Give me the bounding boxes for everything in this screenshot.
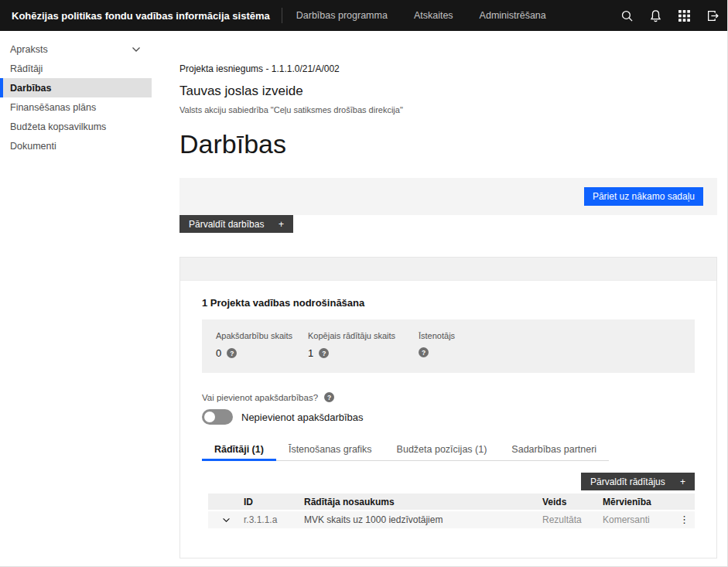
- nav-item-darbibas-programma[interactable]: Darbības programma: [296, 10, 388, 21]
- nav-item-atskaites[interactable]: Atskaites: [414, 10, 453, 21]
- cell-unit: Komersanti: [603, 514, 674, 525]
- sidebar-item-raditaji[interactable]: Rādītāji: [0, 59, 152, 78]
- subactivity-toggle[interactable]: [202, 409, 233, 425]
- nav-item-administresana[interactable]: Administrēšana: [480, 10, 546, 21]
- chevron-down-icon: [222, 517, 231, 523]
- project-subtitle: Valsts akciju sabiedrība "Ceļu satiksmes…: [179, 105, 717, 114]
- subactivity-question: Vai pievienot apakšdarbības?: [202, 393, 318, 402]
- stat-value: 1: [308, 347, 313, 359]
- app-window: Kohēzijas politikas fondu vadības inform…: [0, 0, 728, 567]
- subactivity-question-row: Vai pievienot apakšdarbības? ?: [202, 392, 695, 402]
- sidebar-item-label: Darbības: [10, 83, 52, 94]
- app-title: Kohēzijas politikas fondu vadības inform…: [0, 10, 282, 22]
- project-title: Tauvas joslas izveide: [179, 84, 717, 99]
- subactivity-toggle-row: Nepievienot apakšdarbības: [202, 409, 695, 425]
- cell-name: MVK skaits uz 1000 iedzīvotājiem: [304, 514, 542, 525]
- manage-indicators-label: Pārvaldīt rādītājus: [590, 476, 665, 487]
- cell-id: r.3.1.1.a: [244, 514, 304, 525]
- search-icon[interactable]: [613, 0, 641, 31]
- sidebar-item-label: Budžeta kopsavilkums: [10, 121, 106, 132]
- sidebar-item-dokumenti[interactable]: Dokumenti: [0, 136, 152, 155]
- breadcrumb: Projekta iesniegums - 1.1.1.0/21/A/002: [179, 63, 717, 74]
- table-row: r.3.1.1.a MVK skaits uz 1000 iedzīvotāji…: [208, 511, 695, 528]
- help-icon[interactable]: ?: [419, 347, 429, 357]
- activity-title: 1 Projekta vadības nodrošināšana: [202, 297, 695, 309]
- sidebar-item-label: Finansēšanas plāns: [10, 102, 96, 113]
- column-header-type: Veids: [542, 497, 603, 507]
- stat-indicator-count: Kopējais rādītāju skaits 1 ?: [308, 331, 400, 373]
- manage-actions-label: Pārvaldīt darbības: [189, 219, 264, 230]
- header-actions: [613, 0, 727, 31]
- tab-raditaji[interactable]: Rādītāji (1): [202, 439, 276, 461]
- row-overflow-menu-icon[interactable]: ⋮: [679, 514, 689, 525]
- plus-icon: +: [680, 476, 685, 487]
- chevron-down-icon: [132, 44, 141, 55]
- row-expand-button[interactable]: [208, 517, 244, 523]
- sidebar-item-label: Apraksts: [10, 44, 48, 55]
- indicators-table: ID Rādītāja nosaukums Veids Mērvienība r…: [208, 494, 695, 528]
- sidebar-item-finansesanas-plans[interactable]: Finansēšanas plāns: [0, 97, 152, 117]
- stat-implementer: Īstenotājs ?: [419, 331, 488, 373]
- cell-type: Rezultāta: [542, 514, 603, 525]
- stat-label: Īstenotājs: [419, 331, 488, 340]
- section-toolbar: Pāriet uz nākamo sadaļu: [179, 178, 717, 215]
- sidebar: Apraksts Rādītāji Darbības Finansēšanas …: [0, 31, 152, 567]
- header-divider: [282, 8, 282, 23]
- page-title: Darbības: [179, 130, 717, 158]
- help-icon[interactable]: ?: [324, 392, 334, 402]
- logout-icon[interactable]: [699, 0, 727, 31]
- main-content: Projekta iesniegums - 1.1.1.0/21/A/002 T…: [179, 31, 717, 567]
- help-icon[interactable]: ?: [319, 348, 329, 358]
- activity-card: 1 Projekta vadības nodrošināšana Apakšda…: [179, 257, 717, 558]
- activity-stats-panel: Apakšdarbību skaits 0 ? Kopējais rādītāj…: [202, 319, 695, 373]
- next-section-button[interactable]: Pāriet uz nākamo sadaļu: [584, 187, 703, 206]
- toggle-knob: [204, 412, 215, 422]
- sidebar-item-label: Dokumenti: [10, 141, 56, 152]
- tab-budzeta-pozicijas[interactable]: Budžeta pozīcijas (1): [385, 439, 500, 460]
- column-header-id: ID: [244, 497, 304, 507]
- tab-istenosanas-grafiks[interactable]: Īstenošanas grafiks: [276, 439, 385, 460]
- top-nav: Darbības programma Atskaites Administrēš…: [296, 10, 546, 21]
- sidebar-item-darbibas[interactable]: Darbības: [0, 78, 152, 97]
- stat-label: Kopējais rādītāju skaits: [308, 331, 400, 340]
- sidebar-item-apraksts[interactable]: Apraksts: [0, 39, 152, 59]
- manage-actions-button[interactable]: Pārvaldīt darbības +: [179, 215, 293, 233]
- notifications-icon[interactable]: [641, 0, 670, 31]
- table-actions: Pārvaldīt rādītājus +: [202, 473, 695, 490]
- manage-indicators-button[interactable]: Pārvaldīt rādītājus +: [581, 473, 695, 490]
- sidebar-item-budzeta-kopsavilkums[interactable]: Budžeta kopsavilkums: [0, 117, 152, 136]
- activity-tabs: Rādītāji (1) Īstenošanas grafiks Budžeta…: [202, 439, 609, 461]
- table-header-row: ID Rādītāja nosaukums Veids Mērvienība: [208, 494, 695, 511]
- stat-value: 0: [216, 347, 221, 359]
- toggle-label: Nepievienot apakšdarbības: [241, 412, 364, 423]
- app-switcher-icon[interactable]: [670, 0, 699, 31]
- stat-label: Apakšdarbību skaits: [216, 331, 289, 340]
- plus-icon: +: [279, 219, 284, 230]
- top-header: Kohēzijas politikas fondu vadības inform…: [0, 0, 727, 31]
- help-icon[interactable]: ?: [227, 348, 237, 358]
- column-header-name: Rādītāja nosaukums: [304, 497, 542, 507]
- stat-subactivity-count: Apakšdarbību skaits 0 ?: [216, 331, 289, 373]
- sidebar-item-label: Rādītāji: [10, 63, 43, 74]
- activity-card-header: [180, 258, 716, 281]
- tab-sadarbibas-partneri[interactable]: Sadarbības partneri: [499, 439, 609, 460]
- column-header-unit: Mērvienība: [603, 497, 674, 507]
